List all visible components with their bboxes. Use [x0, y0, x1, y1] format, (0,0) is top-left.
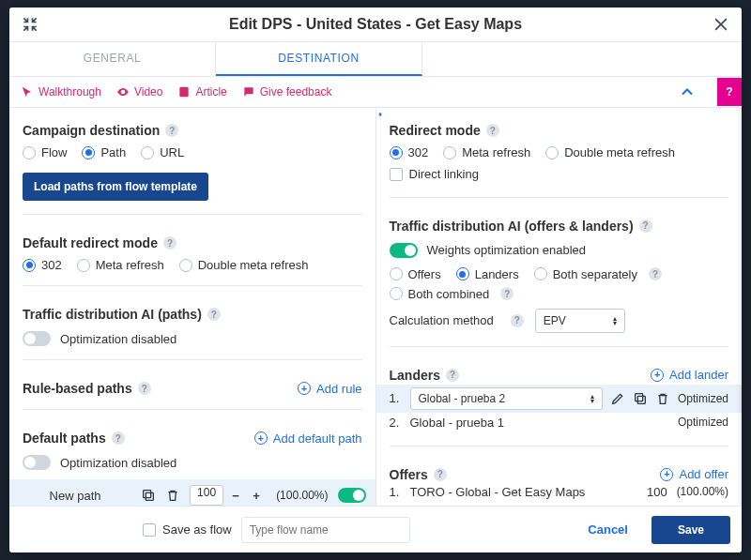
right-pane: Redirect mode? 302 Meta refresh Double m… — [376, 108, 743, 506]
help-icon[interactable]: ? — [500, 287, 513, 300]
help-video[interactable]: Video — [116, 85, 162, 98]
lander-row[interactable]: 2. Global - prueba 1 Optimized — [390, 413, 729, 432]
help-article[interactable]: Article — [177, 85, 226, 98]
article-icon — [177, 85, 191, 98]
left-pane: Campaign destination ? Flow Path URL Loa… — [9, 108, 376, 506]
tdai-ol-toggle[interactable] — [390, 243, 418, 258]
tdai-paths-toggle[interactable] — [23, 331, 51, 346]
radio-both-combined[interactable]: Both combined? — [390, 287, 514, 301]
edit-icon[interactable] — [610, 391, 625, 406]
weight-input[interactable]: 100 — [190, 485, 223, 506]
resize-handle-icon[interactable] — [376, 108, 384, 121]
radio-offers[interactable]: Offers — [390, 267, 441, 281]
footer: Save as flow Cancel Save — [9, 506, 742, 552]
copy-icon[interactable] — [141, 488, 156, 503]
landers-title: Landers — [390, 368, 440, 383]
default-paths-opt-toggle[interactable] — [23, 455, 51, 470]
help-icon[interactable]: ? — [486, 124, 499, 137]
svg-rect-3 — [637, 396, 645, 403]
pointer-icon — [21, 85, 34, 98]
save-button[interactable]: Save — [651, 516, 730, 544]
lander-select[interactable]: Global - prueba 2 ▴▾ — [410, 387, 603, 410]
weight-control: 100 − + — [190, 485, 265, 506]
modal-title: Edit DPS - United States - Get Easy Maps — [39, 16, 712, 33]
help-article-label: Article — [195, 85, 226, 98]
tdai-paths-title: Traffic distribution AI (paths) — [23, 307, 202, 322]
trash-icon[interactable] — [655, 391, 670, 406]
radio-url[interactable]: URL — [141, 145, 184, 159]
help-icon[interactable]: ? — [434, 468, 447, 481]
help-walkthrough-label: Walkthrough — [38, 85, 101, 98]
modal-body: Campaign destination ? Flow Path URL Loa… — [9, 108, 742, 506]
direct-linking-checkbox[interactable]: Direct linking — [390, 167, 479, 181]
lander-status: Optimized — [678, 416, 728, 429]
path-row[interactable]: New path 100 − + (100.00%) — [9, 479, 376, 506]
collapse-helpbar-icon[interactable] — [678, 83, 697, 101]
add-default-path-button[interactable]: +Add default path — [254, 431, 362, 446]
help-icon[interactable]: ? — [446, 369, 459, 382]
svg-rect-4 — [636, 393, 643, 401]
tab-destination[interactable]: DESTINATION — [216, 42, 422, 76]
radio-landers[interactable]: Landers — [456, 267, 519, 281]
weight-minus[interactable]: − — [227, 485, 244, 506]
collapse-icon[interactable] — [21, 15, 39, 34]
radio-flow[interactable]: Flow — [23, 145, 67, 159]
radio-302-r[interactable]: 302 — [390, 145, 429, 159]
plus-icon: + — [651, 369, 664, 382]
radio-meta-refresh-r[interactable]: Meta refresh — [443, 145, 530, 159]
help-video-label: Video — [134, 85, 162, 98]
close-icon[interactable] — [712, 15, 730, 34]
calc-method-select[interactable]: EPV ▴▾ — [535, 309, 625, 333]
plus-icon: + — [298, 382, 311, 395]
add-offer-button[interactable]: +Add offer — [660, 467, 728, 481]
copy-icon[interactable] — [633, 391, 648, 406]
offer-row[interactable]: 1. TORO - Global - Get Easy Maps 100 (10… — [390, 482, 729, 502]
add-rule-button[interactable]: +Add rule — [298, 382, 361, 396]
flow-name-input[interactable] — [241, 517, 410, 543]
default-redirect-title: Default redirect mode — [23, 235, 158, 250]
tabs: GENERAL DESTINATION — [9, 42, 742, 77]
weight-pct: (100.00%) — [276, 489, 328, 502]
lander-row[interactable]: 1. Global - prueba 2 ▴▾ Optimized — [376, 385, 743, 413]
help-feedback[interactable]: Give feedback — [242, 85, 332, 98]
help-icon[interactable]: ? — [207, 308, 221, 321]
weight-plus[interactable]: + — [248, 485, 265, 506]
path-enabled-toggle[interactable] — [338, 488, 366, 503]
help-icon[interactable]: ? — [112, 431, 125, 445]
select-arrows-icon: ▴▾ — [613, 316, 617, 325]
radio-meta-refresh[interactable]: Meta refresh — [77, 258, 164, 272]
lander-status: Optimized — [678, 392, 728, 405]
save-as-flow-checkbox[interactable]: Save as flow — [143, 522, 232, 537]
load-paths-button[interactable]: Load paths from flow template — [23, 173, 208, 201]
edit-campaign-modal: Edit DPS - United States - Get Easy Maps… — [9, 8, 742, 552]
tab-general[interactable]: GENERAL — [9, 42, 216, 76]
svg-rect-1 — [146, 492, 153, 500]
trash-icon[interactable] — [165, 488, 180, 503]
offer-pct: (100.00%) — [677, 485, 728, 498]
radio-both-separately[interactable]: Both separately? — [534, 267, 662, 281]
offer-weight: 100 — [647, 485, 667, 499]
radio-double-meta-refresh-r[interactable]: Double meta refresh — [545, 145, 675, 159]
titlebar: Edit DPS - United States - Get Easy Maps — [9, 8, 742, 42]
help-bar: Walkthrough Video Article Give feedback … — [9, 77, 742, 108]
help-icon[interactable]: ? — [138, 382, 151, 395]
radio-302[interactable]: 302 — [23, 258, 62, 272]
campaign-destination-header: Campaign destination ? — [23, 123, 362, 138]
help-icon[interactable]: ? — [165, 124, 178, 137]
redirect-mode-title: Redirect mode — [390, 123, 481, 138]
help-icon[interactable]: ? — [639, 219, 652, 233]
add-lander-button[interactable]: +Add lander — [651, 368, 728, 382]
help-icon[interactable]: ? — [649, 267, 662, 280]
cancel-button[interactable]: Cancel — [574, 514, 642, 545]
svg-rect-0 — [180, 87, 189, 98]
help-icon[interactable]: ? — [163, 236, 176, 250]
radio-double-meta-refresh[interactable]: Double meta refresh — [179, 258, 309, 272]
help-badge[interactable]: ? — [717, 78, 742, 106]
tdai-ol-title: Traffic distribution AI (offers & lander… — [390, 219, 634, 234]
plus-icon: + — [254, 431, 268, 445]
chat-icon — [242, 85, 255, 98]
radio-path[interactable]: Path — [82, 145, 126, 159]
help-walkthrough[interactable]: Walkthrough — [21, 85, 101, 98]
help-icon[interactable]: ? — [511, 314, 524, 327]
lander-name: Global - prueba 1 — [410, 416, 670, 430]
